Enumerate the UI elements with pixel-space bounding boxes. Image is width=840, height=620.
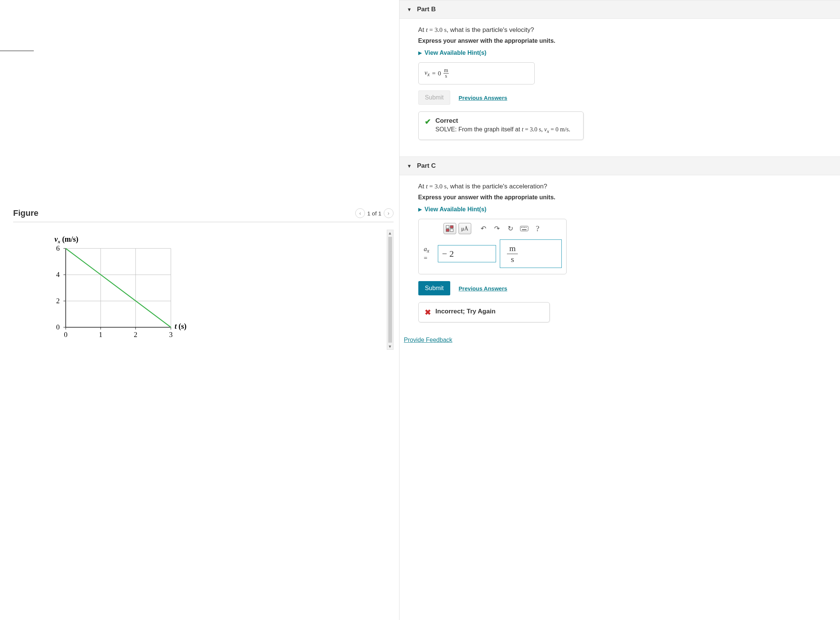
- keyboard-icon: [520, 226, 528, 231]
- part-b-title: Part B: [417, 6, 436, 13]
- unit-numerator: m: [507, 244, 518, 254]
- reset-button[interactable]: ↻: [505, 223, 516, 234]
- caret-down-icon: ▼: [407, 163, 412, 169]
- units-button[interactable]: μÅ: [458, 223, 471, 234]
- undo-button[interactable]: ↶: [478, 223, 489, 234]
- part-b-hints-toggle[interactable]: ▶ View Available Hint(s): [418, 50, 829, 56]
- part-c-body: At t = 3.0 s, what is the particle's acc…: [400, 175, 840, 334]
- figure-prev-button[interactable]: ‹: [355, 208, 365, 218]
- scroll-down-icon[interactable]: ▼: [388, 343, 392, 349]
- figure-title: Figure: [13, 208, 38, 218]
- check-icon: ✔: [425, 117, 431, 126]
- figure-page-indicator: 1 of 1: [367, 210, 382, 217]
- part-c-question: At t = 3.0 s, what is the particle's acc…: [418, 183, 829, 190]
- part-b-instructions: Express your answer with the appropriate…: [418, 38, 829, 44]
- caret-right-icon: ▶: [418, 207, 422, 212]
- part-c-editor: μÅ ↶ ↷ ↻ ? ax =: [418, 219, 567, 274]
- figure-scrollbar[interactable]: ▲ ▼: [387, 230, 394, 350]
- x-tick-3: 3: [169, 331, 173, 339]
- y-tick-6: 6: [56, 244, 60, 252]
- x-tick-1: 1: [99, 331, 103, 339]
- part-c-unit-box[interactable]: m s: [500, 239, 561, 268]
- part-c-toolbar: μÅ ↶ ↷ ↻ ?: [419, 219, 566, 237]
- svg-rect-23: [524, 227, 525, 228]
- part-b-answer-units: m s: [443, 68, 449, 79]
- part-b-feedback: ✔ Correct SOLVE: From the graph itself a…: [418, 111, 584, 140]
- part-c-title: Part C: [417, 162, 436, 170]
- svg-rect-19: [450, 229, 453, 232]
- part-b-body: At t = 3.0 s, what is the particle's vel…: [400, 19, 840, 151]
- part-c-submit-button[interactable]: Submit: [418, 281, 451, 295]
- caret-right-icon: ▶: [418, 50, 422, 56]
- figure-panel: Figure ‹ 1 of 1 › vx (m/s): [13, 208, 394, 350]
- part-b-submit-button: Submit: [418, 90, 451, 105]
- part-c-feedback: ✖ Incorrect; Try Again: [418, 302, 550, 322]
- part-c-previous-answers-link[interactable]: Previous Answers: [458, 285, 507, 292]
- provide-feedback-link[interactable]: Provide Feedback: [400, 334, 840, 349]
- part-b-hints-label: View Available Hint(s): [425, 50, 487, 56]
- data-line: [66, 248, 171, 327]
- redo-button[interactable]: ↷: [492, 223, 503, 234]
- svg-rect-22: [523, 227, 523, 228]
- svg-rect-24: [526, 227, 526, 228]
- templates-icon: [446, 225, 454, 232]
- part-b-answer-box: vx = 0 m s: [418, 62, 535, 84]
- x-tick-2: 2: [134, 331, 137, 339]
- svg-rect-20: [520, 226, 528, 231]
- scroll-up-icon[interactable]: ▲: [388, 230, 392, 236]
- cross-icon: ✖: [425, 308, 431, 317]
- part-b-feedback-body: SOLVE: From the graph itself at t = 3.0 …: [436, 126, 570, 134]
- svg-rect-18: [446, 229, 449, 232]
- scroll-thumb[interactable]: [388, 237, 392, 343]
- part-b-question: At t = 3.0 s, what is the particle's vel…: [418, 26, 829, 34]
- part-c-value-input[interactable]: [438, 245, 496, 262]
- caret-down-icon: ▼: [407, 7, 412, 12]
- part-c-hints-toggle[interactable]: ▶ View Available Hint(s): [418, 206, 829, 213]
- chart-area: vx (m/s): [13, 230, 384, 350]
- part-c-header[interactable]: ▼ Part C: [400, 157, 840, 175]
- x-axis-label: t (s): [175, 322, 187, 331]
- y-tick-4: 4: [56, 271, 60, 278]
- keyboard-button[interactable]: [519, 223, 530, 234]
- svg-rect-25: [522, 229, 526, 230]
- unit-denominator: s: [508, 254, 516, 264]
- part-c-instructions: Express your answer with the appropriate…: [418, 194, 829, 201]
- svg-rect-21: [521, 227, 522, 228]
- part-c-variable: ax =: [424, 245, 434, 262]
- y-tick-0: 0: [56, 323, 60, 331]
- templates-button[interactable]: [443, 223, 456, 234]
- velocity-chart: vx (m/s): [47, 233, 190, 346]
- decorative-line: [0, 51, 34, 51]
- figure-next-button[interactable]: ›: [384, 208, 394, 218]
- part-b-feedback-title: Correct: [436, 117, 570, 125]
- y-axis-label: vx (m/s): [54, 235, 78, 244]
- y-tick-2: 2: [56, 297, 60, 305]
- help-button[interactable]: ?: [532, 223, 543, 234]
- part-c-feedback-title: Incorrect; Try Again: [436, 308, 496, 315]
- part-b-variable: vx: [425, 69, 430, 78]
- part-b-answer-value: 0: [438, 70, 441, 77]
- x-tick-0: 0: [64, 331, 68, 339]
- part-c-hints-label: View Available Hint(s): [425, 206, 487, 213]
- svg-rect-16: [446, 226, 449, 228]
- part-b-previous-answers-link[interactable]: Previous Answers: [458, 95, 507, 101]
- svg-rect-17: [450, 226, 453, 228]
- part-b-header[interactable]: ▼ Part B: [400, 0, 840, 19]
